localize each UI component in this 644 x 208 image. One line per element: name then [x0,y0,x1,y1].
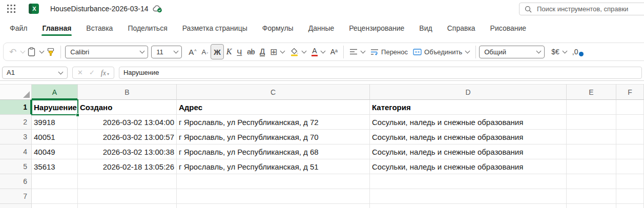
decimal-button[interactable]: ,0 [570,45,585,59]
tab-view[interactable]: Вид [419,19,432,38]
fill-color-button[interactable] [287,45,309,59]
tab-page-layout[interactable]: Разметка страницы [182,19,248,38]
cell[interactable]: 40051 [32,130,78,144]
cell[interactable] [177,189,370,204]
cell[interactable] [567,130,616,144]
tab-review[interactable]: Рецензирование [348,19,405,38]
cell[interactable] [567,189,616,204]
cell[interactable]: 2026-03-02 13:00:57 [78,130,177,144]
cell[interactable] [32,204,78,208]
italic-button[interactable]: К [224,45,235,59]
insert-function-button[interactable]: fx▾ [101,68,109,77]
change-case-button[interactable]: Aa [328,45,340,59]
row-number[interactable]: 6 [0,174,32,189]
column-header-D[interactable]: D [370,84,567,100]
tab-home[interactable]: Главная [41,19,72,38]
paste-menu-chevron-icon[interactable] [39,49,45,54]
font-size-combo[interactable]: 11 [151,46,182,58]
column-header-F[interactable]: F [616,84,644,100]
cell[interactable]: г Ярославль, ул Республиканская, д 51 [177,159,370,174]
cell[interactable] [567,144,616,159]
cell[interactable] [78,204,177,208]
search-input[interactable] [536,5,640,13]
cell[interactable] [370,204,567,208]
paste-button[interactable] [25,45,38,59]
cell[interactable] [370,189,567,204]
tab-formulas[interactable]: Формулы [262,19,294,38]
formula-input[interactable] [119,67,642,79]
cell[interactable]: Адрес [177,100,370,115]
enter-icon[interactable]: ✓ [89,69,95,76]
row-number[interactable]: 5 [0,159,32,174]
font-name-combo[interactable]: Calibri [65,46,148,58]
cell[interactable]: 2026-02-18 13:05:26 [78,159,177,174]
cell[interactable] [177,204,370,208]
cell[interactable]: Сосульки, наледь и снежные образования [370,159,567,174]
decrease-font-button[interactable]: Aˇ [199,45,211,59]
name-box[interactable]: A1 [2,67,68,79]
cell[interactable] [616,144,644,159]
tab-help[interactable]: Справка [447,19,476,38]
cell[interactable]: 2026-03-02 13:04:00 [78,115,177,130]
document-title[interactable]: HouseDisturbance-2026-03-14 [50,5,148,13]
column-header-E[interactable]: E [567,84,616,100]
font-color-button[interactable]: А [309,45,327,59]
app-launcher-icon[interactable] [7,5,15,13]
borders-button[interactable]: ⊞ [267,45,287,59]
tab-share[interactable]: Поделиться [127,19,168,38]
search-box[interactable] [519,3,644,15]
currency-format-button[interactable]: $€ [549,45,570,59]
cell[interactable] [567,159,616,174]
row-number[interactable]: 2 [0,115,32,130]
row-number[interactable]: 3 [0,130,32,144]
cell[interactable] [567,204,616,208]
cell[interactable]: г Ярославль, ул Республиканская, д 72 [177,115,370,130]
cell[interactable] [32,189,78,204]
cancel-icon[interactable]: ✕ [77,69,83,76]
column-header-C[interactable]: C [177,84,370,100]
cell[interactable]: г Ярославль, ул Республиканская, д 70 [177,130,370,144]
cell[interactable]: 39918 [32,115,78,130]
number-format-combo[interactable]: Общий [479,46,545,58]
cell[interactable]: Создано [78,100,177,115]
cell[interactable]: 35613 [32,159,78,174]
cell[interactable] [370,174,567,189]
tab-file[interactable]: Файл [9,19,28,38]
column-header-A[interactable]: A [32,84,78,100]
row-number[interactable]: 8 [0,204,32,208]
cell[interactable] [616,204,644,208]
row-number[interactable]: 1 [0,100,32,115]
cell[interactable] [78,189,177,204]
tab-data[interactable]: Данные [308,19,335,38]
tab-draw[interactable]: Рисование [490,19,527,38]
cell[interactable] [616,189,644,204]
increase-font-button[interactable]: A^ [186,45,199,59]
cell[interactable]: Сосульки, наледь и снежные образования [370,115,567,130]
row-number[interactable]: 7 [0,189,32,204]
cell[interactable] [78,174,177,189]
cell[interactable] [567,174,616,189]
format-painter-button[interactable] [44,45,57,59]
row-number[interactable]: 4 [0,144,32,159]
cell[interactable]: 2026-03-02 13:00:38 [78,144,177,159]
undo-button[interactable]: ↶ [7,45,19,59]
cell[interactable]: Сосульки, наледь и снежные образования [370,130,567,144]
active-cell-A1[interactable]: Нарушение [32,100,78,115]
merge-cells-button[interactable]: Объединить [410,45,472,59]
cell[interactable] [567,100,616,115]
cell[interactable] [567,115,616,130]
undo-menu-chevron-icon[interactable] [20,49,26,54]
cell[interactable]: г Ярославль, ул Республиканская, д 68 [177,144,370,159]
cell[interactable]: 40049 [32,144,78,159]
double-underline-button[interactable]: Д [257,45,267,59]
cell[interactable] [32,174,78,189]
strikethrough-button[interactable]: ab [244,45,257,59]
cell[interactable] [616,159,644,174]
column-header-B[interactable]: B [78,84,177,100]
fill-handle[interactable] [76,113,79,117]
cell[interactable] [616,100,644,115]
cell[interactable] [616,174,644,189]
cell[interactable] [616,115,644,130]
cell[interactable] [177,174,370,189]
bold-button[interactable]: Ж [211,44,224,59]
